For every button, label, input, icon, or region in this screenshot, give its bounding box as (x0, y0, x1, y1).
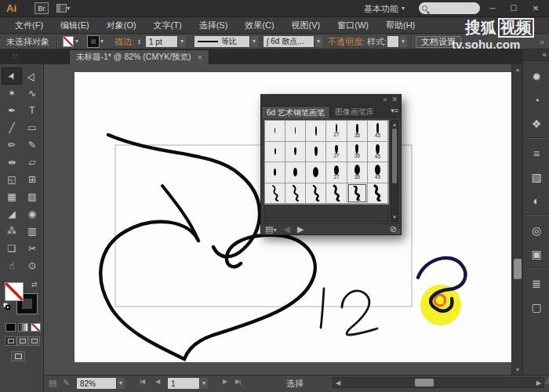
brush-swatch-r3c3[interactable] (306, 162, 326, 183)
panel-close-icon[interactable]: ✕ (391, 96, 398, 103)
line-segment-tool[interactable]: ╱ (2, 119, 22, 136)
hand-tool[interactable]: ☝ (2, 257, 22, 274)
swap-fill-stroke-icon[interactable]: ⇄ (31, 281, 38, 289)
fill-swatch[interactable] (5, 282, 24, 301)
zoom-tool[interactable]: ⊙ (22, 257, 42, 274)
panel-scroll-down-icon[interactable]: ▾ (391, 214, 398, 220)
brush-swatch-r1c3[interactable] (306, 121, 326, 142)
scroll-left-icon[interactable]: ◀ (336, 379, 340, 387)
horizontal-scroll-thumb[interactable] (415, 379, 434, 387)
previous-artboard-button[interactable]: ◀ (155, 378, 159, 385)
brush-definition-combo[interactable]: ʃ 6d 散点... ▾ (264, 36, 322, 47)
direct-selection-tool[interactable]: ▷ (22, 67, 42, 85)
brush-swatch-r1c4[interactable]: 27 (326, 121, 347, 142)
pen-tool[interactable]: ✒ (2, 102, 22, 119)
brush-swatch-r4c3[interactable] (306, 183, 326, 205)
blend-tool[interactable]: ◉ (22, 205, 42, 223)
menu-help[interactable]: 帮助(H) (377, 20, 424, 31)
scroll-right-icon[interactable]: ▶ (536, 379, 541, 387)
menu-edit[interactable]: 编辑(E) (52, 20, 98, 31)
brush-libraries-menu-button[interactable]: ▤▾ (265, 224, 276, 234)
menu-select[interactable]: 选择(S) (191, 20, 237, 31)
brush-swatch-r2c4[interactable]: 27 (326, 142, 347, 163)
brush-swatch-r4c6[interactable] (368, 183, 388, 205)
brush-swatch-r2c6[interactable]: 45 (368, 142, 388, 163)
document-close-icon[interactable]: × (198, 53, 202, 62)
brush-swatch-r3c4[interactable]: 27 (326, 162, 347, 183)
menu-window[interactable]: 窗口(W) (329, 20, 377, 31)
scroll-up-icon[interactable]: ▴ (512, 66, 523, 73)
draw-inside-button[interactable] (28, 336, 40, 346)
panel-scroll-thumb[interactable] (392, 129, 397, 183)
draw-behind-button[interactable] (16, 336, 28, 346)
brush-swatch-r4c5[interactable] (347, 183, 368, 205)
bridge-button[interactable]: Br (35, 2, 49, 14)
handwritten-digit-2[interactable] (342, 291, 377, 335)
minimize-button[interactable]: ─ (483, 2, 502, 14)
panel-collapse-icon[interactable]: « (383, 96, 387, 103)
lasso-tool[interactable]: ∿ (22, 85, 42, 102)
brush-swatch-r2c3[interactable] (306, 142, 326, 163)
brushes-panel-tab-2[interactable]: 图像画笔库 (330, 106, 379, 118)
panel-scroll-up-icon[interactable]: ▴ (391, 122, 398, 128)
variable-width-profile-combo[interactable]: 等比 ▾ (195, 36, 258, 47)
kuler-panel-icon[interactable]: ❖ (523, 114, 549, 134)
panel-title-bar[interactable]: « ✕ (261, 95, 401, 105)
document-tab[interactable]: 未标题-1* @ 82% (CMYK/预览) × (69, 49, 209, 64)
slice-tool[interactable]: ✂ (22, 240, 42, 257)
none-mode-button[interactable] (31, 323, 41, 332)
close-button[interactable]: ✕ (526, 2, 545, 14)
column-graph-tool[interactable]: ▥ (22, 223, 42, 240)
panel-menu-icon[interactable]: ▾≡ (391, 107, 398, 114)
horizontal-scrollbar[interactable]: ◀ ▶ (333, 377, 544, 388)
status-indicator[interactable]: 选择 (286, 378, 304, 390)
next-artboard-button[interactable]: ▶ (223, 378, 227, 385)
brush-swatch-r1c6[interactable]: 45 (368, 121, 388, 142)
first-artboard-button[interactable]: |◀ (140, 378, 144, 385)
type-tool[interactable]: T (22, 102, 42, 119)
mesh-tool[interactable]: ▦ (2, 188, 22, 205)
panel-resize-grip[interactable]: ◿ (395, 227, 400, 234)
gradient-mode-button[interactable] (18, 323, 28, 332)
fill-color-dropdown[interactable]: ▾ (63, 36, 78, 47)
brush-stroke-curve[interactable] (108, 135, 260, 256)
zoom-level-combo[interactable]: 82% ▾ (77, 378, 125, 389)
gradient-tool[interactable]: ▨ (22, 188, 42, 205)
scroll-down-icon[interactable]: ▾ (512, 366, 523, 373)
stroke-panel-icon[interactable]: ≡ (523, 143, 549, 164)
arrange-documents-button[interactable]: ▾ (56, 3, 77, 13)
toolbar-grip-icon[interactable]: ∷ (13, 53, 18, 60)
panel-scrollbar[interactable]: ▴ ▾ (391, 120, 398, 222)
stroke-link[interactable]: 描边: (115, 36, 134, 48)
magic-wand-tool[interactable]: ✶ (2, 85, 22, 102)
vertical-scroll-thumb[interactable] (514, 259, 522, 279)
search-input[interactable] (427, 4, 473, 13)
symbol-sprayer-tool[interactable]: ⁂ (2, 223, 22, 240)
vertical-scrollbar[interactable]: ▴ ▾ (511, 64, 522, 375)
last-artboard-button[interactable]: ▶| (235, 378, 240, 385)
paintbrush-tool[interactable]: ✏ (2, 136, 22, 154)
transparency-panel-icon[interactable]: ◐ (523, 191, 549, 211)
color-guide-panel-icon[interactable]: ◔ (523, 90, 549, 111)
brush-swatch-r2c5[interactable]: 35 (347, 142, 368, 163)
previous-library-button[interactable]: ◀ (283, 224, 289, 234)
selection-tool[interactable]: ➤ (2, 67, 22, 85)
artboard-tool[interactable]: ❏ (2, 240, 22, 257)
brush-swatch-r4c1[interactable] (265, 183, 285, 205)
artboard-navigation-combo[interactable]: 1 ▾ (168, 378, 208, 389)
rectangle-tool[interactable]: ▭ (22, 119, 42, 136)
style-combo[interactable]: ▾ (387, 36, 407, 47)
workspace-switcher-button[interactable]: 基本功能 ▾ (364, 2, 405, 15)
brush-swatch-r3c1[interactable] (265, 162, 285, 183)
brush-swatch-r2c1[interactable] (265, 142, 285, 163)
brush-swatch-r1c1[interactable] (265, 121, 285, 142)
shape-builder-tool[interactable]: ◱ (2, 171, 22, 188)
pencil-tool[interactable]: ✎ (22, 136, 42, 154)
gradient-panel-icon[interactable]: ▧ (523, 167, 549, 187)
menu-file[interactable]: 文件(F) (6, 20, 52, 31)
handwritten-digit-1[interactable] (321, 289, 324, 328)
default-fill-stroke-icon[interactable] (3, 303, 11, 310)
menu-view[interactable]: 视图(V) (283, 20, 329, 31)
graphic-styles-panel-icon[interactable]: ▣ (523, 244, 549, 264)
brush-swatch-r1c2[interactable] (285, 121, 306, 142)
